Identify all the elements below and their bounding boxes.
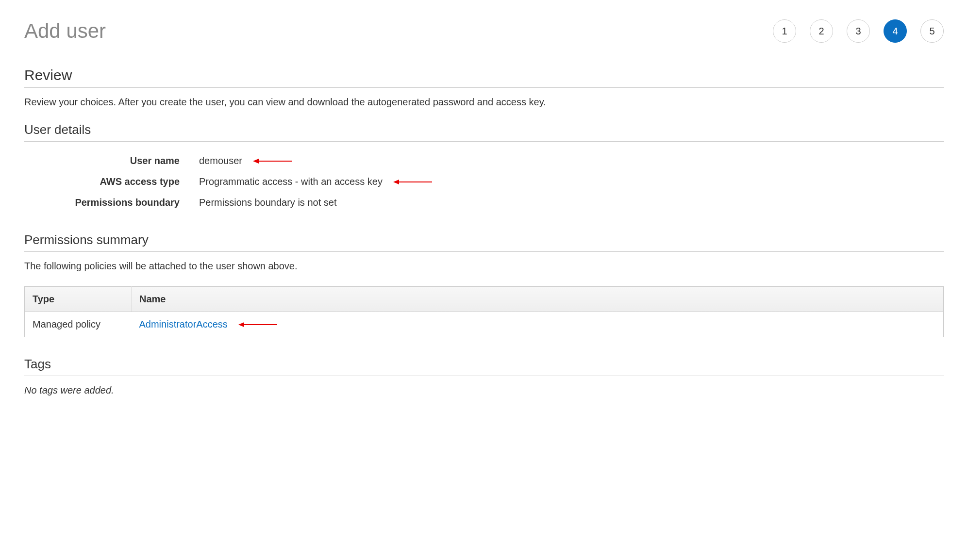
table-header-name: Name — [132, 287, 944, 312]
wizard-step-2[interactable]: 2 — [810, 19, 833, 43]
access-type-value: Programmatic access - with an access key — [199, 176, 383, 187]
policy-name-cell: AdministratorAccess — [132, 312, 944, 337]
user-name-value: demouser — [199, 155, 242, 166]
table-header-row: Type Name — [25, 287, 944, 312]
arrow-annotation-icon — [393, 179, 432, 185]
tags-empty-text: No tags were added. — [24, 385, 944, 396]
svg-marker-3 — [393, 180, 399, 184]
policy-type-cell: Managed policy — [25, 312, 132, 337]
table-row: Managed policy AdministratorAccess — [25, 312, 944, 337]
header-row: Add user 1 2 3 4 5 — [24, 19, 944, 43]
detail-label-permissions-boundary: Permissions boundary — [24, 197, 199, 208]
permissions-summary-table: Type Name Managed policy AdministratorAc… — [24, 286, 944, 337]
review-heading: Review — [24, 67, 944, 88]
wizard-step-5[interactable]: 5 — [920, 19, 944, 43]
detail-label-access-type: AWS access type — [24, 176, 199, 187]
arrow-annotation-icon — [253, 158, 292, 165]
arrow-annotation-icon — [238, 321, 277, 328]
policy-link[interactable]: AdministratorAccess — [139, 319, 228, 330]
permissions-summary-heading: Permissions summary — [24, 232, 944, 252]
detail-label-user-name: User name — [24, 155, 199, 166]
page-title: Add user — [24, 19, 106, 43]
detail-row-access-type: AWS access type Programmatic access - wi… — [24, 171, 944, 192]
detail-row-user-name: User name demouser — [24, 150, 944, 171]
detail-value-permissions-boundary: Permissions boundary is not set — [199, 197, 336, 208]
permissions-boundary-value: Permissions boundary is not set — [199, 197, 336, 208]
detail-value-access-type: Programmatic access - with an access key — [199, 176, 432, 187]
wizard-step-4[interactable]: 4 — [884, 19, 907, 43]
detail-value-user-name: demouser — [199, 155, 292, 166]
user-details-block: User name demouser AWS access type Progr… — [24, 150, 944, 213]
wizard-step-3[interactable]: 3 — [847, 19, 870, 43]
table-header-type: Type — [25, 287, 132, 312]
wizard-steps: 1 2 3 4 5 — [773, 19, 944, 43]
user-details-heading: User details — [24, 122, 944, 142]
tags-heading: Tags — [24, 357, 944, 376]
svg-marker-1 — [253, 159, 259, 164]
permissions-summary-description: The following policies will be attached … — [24, 261, 944, 272]
wizard-step-1[interactable]: 1 — [773, 19, 796, 43]
svg-marker-5 — [238, 322, 244, 327]
review-description: Review your choices. After you create th… — [24, 97, 944, 108]
detail-row-permissions-boundary: Permissions boundary Permissions boundar… — [24, 192, 944, 213]
